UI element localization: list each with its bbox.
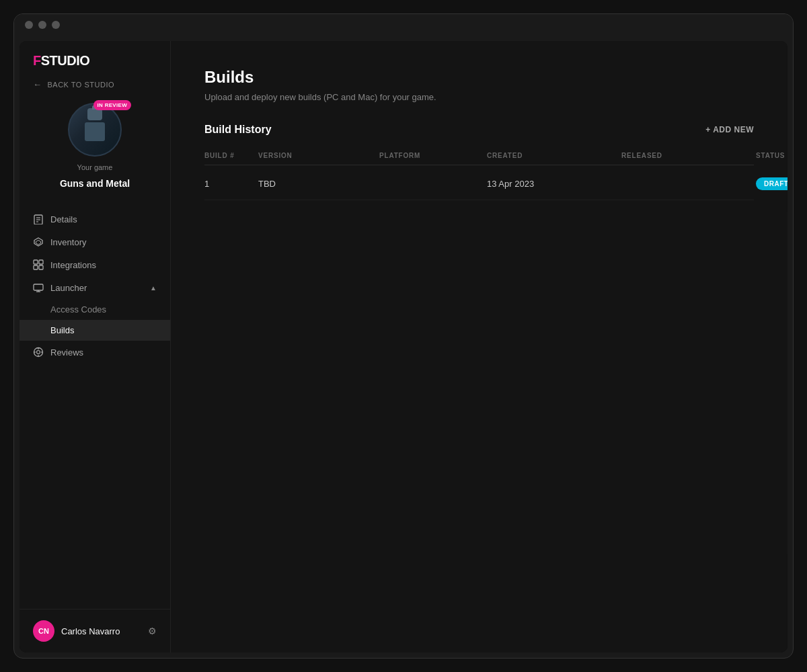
sidebar-item-reviews[interactable]: Reviews (20, 341, 170, 364)
traffic-light-red (25, 21, 33, 29)
col-released: RELEASED (621, 152, 756, 159)
sidebar-item-launcher[interactable]: Launcher ▲ (20, 276, 170, 299)
integrations-label: Integrations (50, 260, 96, 270)
logo: FSTUDIO (20, 41, 170, 77)
col-version: VERSION (258, 152, 379, 159)
game-title: Guns and Metal (60, 178, 130, 189)
details-label: Details (50, 214, 77, 224)
svg-rect-6 (34, 260, 38, 264)
svg-rect-7 (39, 260, 43, 264)
cell-status: DRAFT (756, 177, 787, 190)
col-build-num: BUILD # (204, 152, 258, 159)
sidebar-item-integrations[interactable]: Integrations (20, 253, 170, 276)
build-history-header: Build History + ADD NEW (204, 124, 754, 136)
launcher-left: Launcher (33, 282, 87, 293)
app-container: FSTUDIO ← BACK TO STUDIO IN REVIEW (20, 41, 787, 653)
col-created: CREATED (487, 152, 621, 159)
sidebar: FSTUDIO ← BACK TO STUDIO IN REVIEW (20, 41, 171, 653)
draft-status-badge: DRAFT (756, 177, 787, 190)
inventory-label: Inventory (50, 237, 86, 247)
svg-rect-10 (34, 284, 43, 290)
cell-created: 13 Apr 2023 (487, 179, 621, 189)
game-avatar-wrapper: IN REVIEW (68, 103, 122, 157)
game-avatar (68, 103, 122, 157)
game-profile: IN REVIEW Your game Guns and Metal (20, 97, 170, 202)
window-frame: FSTUDIO ← BACK TO STUDIO IN REVIEW (13, 13, 794, 659)
page-subtitle: Upload and deploy new builds (PC and Mac… (204, 92, 754, 102)
traffic-light-green (52, 21, 60, 29)
table-row: 1 TBD 13 Apr 2023 DRAFT (204, 168, 754, 200)
access-codes-label: Access Codes (50, 304, 106, 314)
sidebar-nav: Details Inventory (20, 202, 170, 609)
back-arrow-icon: ← (33, 79, 42, 89)
table-header: BUILD # VERSION PLATFORM CREATED RELEASE… (204, 146, 754, 165)
details-icon (33, 214, 44, 224)
sidebar-item-details[interactable]: Details (20, 208, 170, 230)
user-avatar: CN (33, 620, 54, 642)
logo-f: F (33, 53, 41, 68)
reviews-label: Reviews (50, 347, 83, 358)
add-new-button[interactable]: + ADD NEW (705, 125, 754, 134)
col-status: STATUS (756, 152, 785, 159)
integrations-icon (33, 259, 44, 270)
traffic-light-yellow (38, 21, 46, 29)
user-name: Carlos Navarro (61, 626, 141, 636)
chevron-up-icon: ▲ (150, 284, 157, 292)
svg-rect-9 (39, 265, 43, 269)
sidebar-sub-item-builds[interactable]: Builds (20, 320, 170, 341)
page-title: Builds (204, 68, 754, 87)
svg-marker-5 (36, 241, 41, 245)
build-history-title: Build History (204, 124, 272, 136)
cell-build-num: 1 (204, 179, 258, 189)
window-chrome (14, 14, 793, 36)
sidebar-footer: CN Carlos Navarro ⚙ (20, 609, 170, 653)
in-review-badge: IN REVIEW (93, 100, 131, 110)
sidebar-sub-item-access-codes[interactable]: Access Codes (20, 299, 170, 320)
gear-icon[interactable]: ⚙ (148, 626, 157, 636)
launcher-label: Launcher (50, 283, 87, 293)
col-platform: PLATFORM (379, 152, 487, 159)
main-content: Builds Upload and deploy new builds (PC … (171, 41, 787, 653)
back-link-label: BACK TO STUDIO (48, 81, 115, 89)
builds-label: Builds (50, 325, 74, 335)
avatar-figure (78, 108, 112, 152)
logo-studio: STUDIO (41, 53, 90, 68)
reviews-icon (33, 347, 44, 358)
inventory-icon (33, 237, 44, 247)
avatar-body (85, 122, 105, 141)
sidebar-item-inventory[interactable]: Inventory (20, 230, 170, 253)
game-label: Your game (77, 163, 113, 171)
svg-point-14 (37, 351, 40, 354)
back-to-studio-link[interactable]: ← BACK TO STUDIO (20, 77, 170, 97)
builds-table: BUILD # VERSION PLATFORM CREATED RELEASE… (204, 146, 754, 200)
launcher-icon (33, 282, 44, 293)
svg-rect-8 (34, 265, 38, 269)
cell-version: TBD (258, 179, 379, 189)
